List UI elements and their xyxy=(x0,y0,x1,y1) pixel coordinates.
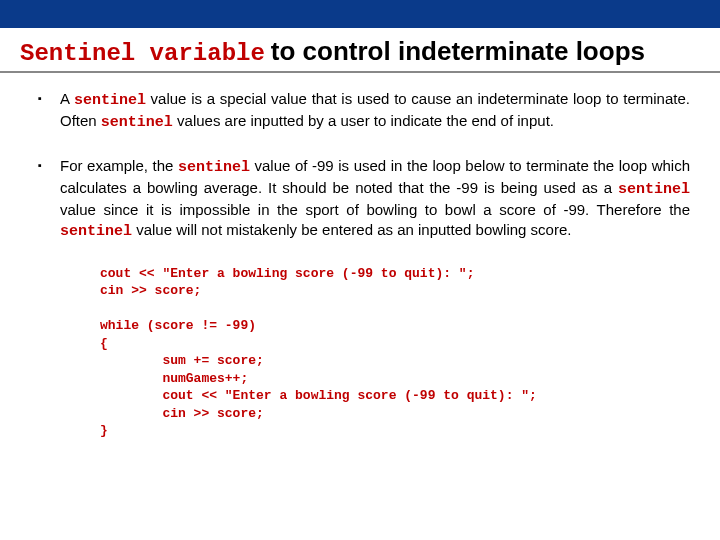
text-run: value will not mistakenly be entered as … xyxy=(132,221,571,238)
header-bar xyxy=(0,0,720,28)
keyword: sentinel xyxy=(74,92,146,109)
slide-title: Sentinel variable to control indetermina… xyxy=(0,28,720,73)
text-run: A xyxy=(60,90,74,107)
slide-content: A sentinel value is a special value that… xyxy=(0,73,720,440)
title-code-part: Sentinel variable xyxy=(20,40,265,67)
keyword: sentinel xyxy=(178,159,250,176)
title-text-part: to control indeterminate loops xyxy=(271,36,645,67)
text-run: value since it is impossible in the spor… xyxy=(60,201,690,218)
text-run: values are inputted by a user to indicat… xyxy=(173,112,554,129)
list-item: For example, the sentinel value of -99 i… xyxy=(30,156,690,243)
code-block: cout << "Enter a bowling score (-99 to q… xyxy=(100,265,690,440)
keyword: sentinel xyxy=(60,223,132,240)
text-run: For example, the xyxy=(60,157,178,174)
bullet-list: A sentinel value is a special value that… xyxy=(30,89,690,243)
keyword: sentinel xyxy=(101,114,173,131)
list-item: A sentinel value is a special value that… xyxy=(30,89,690,134)
keyword: sentinel xyxy=(618,181,690,198)
